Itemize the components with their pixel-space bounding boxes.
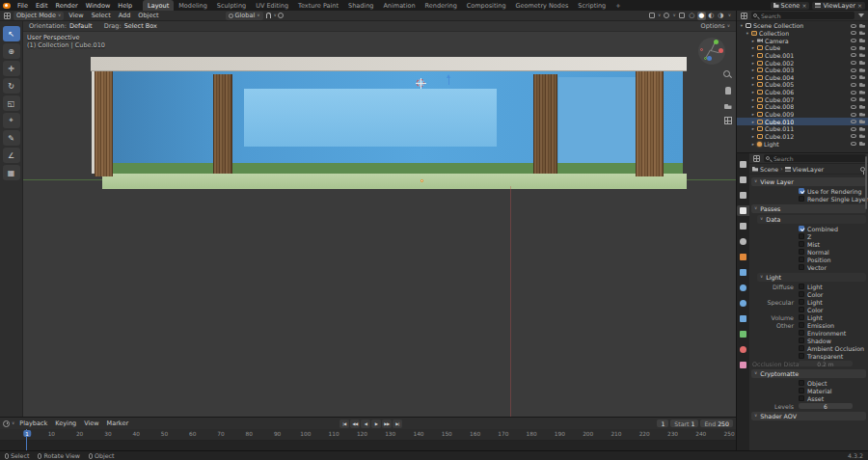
play-button[interactable]: ▶ — [371, 419, 381, 428]
outliner-search-input[interactable] — [751, 12, 854, 19]
toggle-visibility-icon[interactable] — [851, 142, 856, 146]
outliner-row[interactable]: ▸Cube.006 — [737, 89, 868, 96]
properties-tab-output[interactable] — [737, 190, 749, 201]
add-cube-tool-button[interactable]: ▦ — [3, 165, 20, 180]
checkbox-asset[interactable] — [799, 395, 804, 401]
unlink-scene-button[interactable]: × — [801, 2, 806, 9]
checkbox-normal[interactable] — [799, 249, 804, 255]
show-overlays-icon[interactable] — [664, 13, 669, 18]
shading-wireframe-icon[interactable]: ○ — [688, 12, 696, 20]
cursor-tool-button[interactable]: ⊕ — [3, 43, 20, 59]
navigation-gizmo[interactable] — [698, 38, 725, 65]
property-row[interactable]: Use for Rendering — [750, 187, 867, 195]
menu-render[interactable]: Render — [51, 1, 81, 10]
transform-orientation-selector[interactable]: Global ∨ — [226, 12, 263, 20]
expand-closed-icon[interactable]: ▸ — [750, 120, 756, 124]
proportional-editing-icon[interactable] — [278, 13, 284, 18]
menu-file[interactable]: File — [14, 1, 32, 10]
view-layer-panel-header[interactable]: ∨View Layer — [751, 177, 866, 186]
expand-closed-icon[interactable]: ▸ — [750, 97, 756, 102]
property-row[interactable]: Color — [750, 290, 867, 298]
toggle-visibility-icon[interactable] — [851, 113, 856, 117]
ceiling-beam-object[interactable] — [91, 57, 687, 71]
property-row[interactable]: Normal — [750, 248, 867, 256]
workspace-tab-modeling[interactable]: Modeling — [174, 0, 212, 11]
checkbox-color[interactable] — [799, 291, 804, 297]
workspace-tab-geometry-nodes[interactable]: Geometry Nodes — [511, 0, 574, 11]
workspace-tab-scripting[interactable]: Scripting — [573, 0, 610, 11]
properties-tab-texture[interactable] — [737, 360, 749, 370]
properties-search-input[interactable] — [764, 154, 866, 162]
property-row[interactable]: Occlusion Distance0.2 m — [750, 360, 867, 367]
passes-light-panel-header[interactable]: ∨Light — [757, 273, 866, 282]
wood-pillar-object[interactable] — [533, 74, 557, 174]
checkbox-render-single-layer[interactable] — [799, 196, 804, 202]
property-row[interactable]: Shadow — [750, 337, 867, 344]
drag-setting-value[interactable]: Select Box — [124, 22, 157, 30]
toggle-render-icon[interactable] — [859, 53, 865, 57]
cryptomatte-levels-field[interactable]: 6 — [799, 403, 853, 410]
properties-tab-render[interactable] — [737, 175, 749, 185]
next-keyframe-button[interactable]: ▶▶ — [382, 419, 392, 428]
property-row[interactable]: Vector — [750, 263, 867, 271]
toggle-render-icon[interactable] — [859, 61, 865, 65]
pan-hand-icon[interactable] — [725, 87, 731, 95]
timeline-menu-marker[interactable]: Marker — [103, 419, 132, 428]
shading-solid-icon[interactable]: ● — [697, 12, 706, 20]
workspace-tab-sculpting[interactable]: Sculpting — [212, 0, 251, 11]
property-row[interactable]: OtherEmission — [750, 321, 867, 329]
workspace-tab-rendering[interactable]: Rendering — [420, 0, 462, 11]
wall-panel-center-object[interactable] — [244, 89, 497, 147]
show-gizmo-icon[interactable] — [649, 13, 655, 18]
expand-closed-icon[interactable]: ▸ — [750, 112, 756, 117]
move-tool-button[interactable]: ✛ — [3, 61, 20, 76]
cryptomatte-panel-header[interactable]: ∨Cryptomatte — [751, 369, 866, 378]
outliner-row[interactable]: ▸Cube.011 — [737, 125, 868, 133]
toggle-xray-icon[interactable] — [679, 13, 685, 18]
checkbox-ambient-occlusion[interactable] — [799, 345, 804, 351]
viewlayer-selector[interactable]: ViewLayer × — [812, 2, 865, 10]
workspace-tab-shading[interactable]: Shading — [343, 0, 378, 11]
property-row[interactable]: Asset — [750, 394, 867, 402]
toggle-visibility-icon[interactable] — [851, 127, 856, 131]
toggle-visibility-icon[interactable] — [851, 24, 856, 28]
shading-rendered-icon[interactable]: ◑ — [717, 12, 725, 20]
property-row[interactable]: Ambient Occlusion — [750, 344, 867, 352]
outliner-editor-icon[interactable] — [741, 13, 747, 19]
property-row[interactable]: Combined — [750, 225, 867, 232]
checkbox-emission[interactable] — [799, 322, 804, 328]
expand-closed-icon[interactable]: ▸ — [750, 104, 756, 109]
outliner-row[interactable]: ▸Camera — [737, 37, 868, 44]
toggle-visibility-icon[interactable] — [851, 31, 856, 35]
outliner-row[interactable]: ▸Cube.010 — [737, 118, 868, 125]
expand-closed-icon[interactable]: ▸ — [750, 126, 756, 131]
breadcrumb-scene[interactable]: Scene — [760, 166, 778, 173]
passes-data-panel-header[interactable]: ∨Data — [757, 215, 866, 224]
checkbox-light[interactable] — [799, 284, 804, 289]
shading-material-preview-icon[interactable]: ◐ — [707, 12, 716, 20]
toggle-visibility-icon[interactable] — [851, 83, 856, 87]
expand-open-icon[interactable]: ▾ — [745, 31, 750, 36]
checkbox-material[interactable] — [799, 388, 804, 393]
wood-pillar-object[interactable] — [213, 74, 232, 174]
viewport-3d[interactable]: User Perspective (1) Collection | Cube.0… — [23, 32, 736, 417]
jump-to-start-button[interactable]: |◀ — [339, 419, 349, 428]
outliner-row[interactable]: ▸Cube.008 — [737, 103, 868, 111]
expand-closed-icon[interactable]: ▸ — [750, 142, 756, 147]
toggle-render-icon[interactable] — [859, 83, 865, 87]
toggle-render-icon[interactable] — [859, 120, 865, 123]
zoom-icon[interactable] — [723, 70, 732, 79]
toggle-visibility-icon[interactable] — [851, 68, 856, 72]
toggle-visibility-icon[interactable] — [851, 53, 856, 57]
annotate-tool-button[interactable]: ✎ — [3, 130, 20, 146]
editor-type-icon[interactable] — [4, 13, 11, 19]
property-row[interactable]: Mist — [750, 240, 867, 248]
property-row[interactable]: Transparent — [750, 352, 867, 360]
toggle-render-icon[interactable] — [859, 39, 865, 42]
toggle-render-icon[interactable] — [859, 91, 865, 95]
properties-tab-object-data[interactable] — [737, 329, 749, 339]
property-row[interactable]: Color — [750, 306, 867, 313]
outliner-row[interactable]: ▾Scene Collection — [737, 22, 868, 30]
toggle-visibility-icon[interactable] — [851, 91, 856, 95]
outliner-row[interactable]: ▾Collection — [737, 30, 868, 38]
